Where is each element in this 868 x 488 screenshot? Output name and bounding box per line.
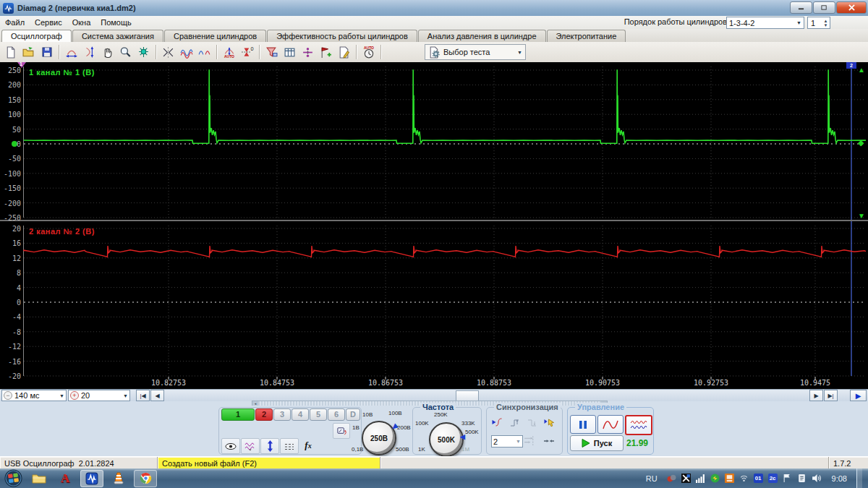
freq-500k: 500K bbox=[465, 429, 479, 435]
menu-windows[interactable]: Окна bbox=[67, 17, 96, 27]
scrollbar-thumb[interactable] bbox=[456, 390, 479, 401]
sync-delay-button[interactable] bbox=[522, 434, 537, 448]
save-file-button[interactable] bbox=[38, 43, 56, 61]
zero-level-button[interactable]: 0 bbox=[238, 43, 256, 61]
samples-combo[interactable]: + 20 ▼ bbox=[68, 390, 130, 401]
channel-2-button[interactable]: 2 bbox=[255, 408, 273, 421]
tray-wireless-icon[interactable] bbox=[739, 474, 749, 483]
probe-settings-button[interactable] bbox=[333, 423, 350, 439]
tab-power-supply[interactable]: Электропитание bbox=[547, 30, 626, 42]
taskbar-diamag[interactable] bbox=[80, 470, 103, 487]
zoom-out-icon[interactable]: − bbox=[4, 391, 12, 400]
tray-download-icon[interactable] bbox=[725, 474, 734, 483]
tab-ignition-system[interactable]: Система зажигания bbox=[72, 30, 163, 42]
minimize-button[interactable] bbox=[790, 1, 812, 14]
table-view-button[interactable] bbox=[281, 43, 299, 61]
time-div-combo[interactable]: − 140 мс ▼ bbox=[1, 390, 67, 401]
tray-network-icon[interactable] bbox=[696, 474, 705, 483]
tray-sync-icon[interactable] bbox=[667, 474, 676, 483]
tab-cylinder-comparison[interactable]: Сравнение цилиндров bbox=[164, 30, 266, 42]
menu-bar: Файл Сервис Окна Помощь Порядок работы ц… bbox=[0, 16, 868, 30]
tray-01-icon[interactable]: 01 bbox=[754, 474, 763, 483]
ch1-scale-up-handle[interactable]: ▲ bbox=[858, 67, 865, 74]
go-end-button[interactable]: ▶| bbox=[824, 390, 838, 401]
channel-1-button[interactable]: 1 bbox=[221, 408, 255, 421]
overlay-signals-button[interactable] bbox=[177, 43, 195, 61]
split-signals-button[interactable] bbox=[195, 43, 213, 61]
tab-cylinder-pressure[interactable]: Анализ давления в цилиндре bbox=[418, 30, 546, 42]
channel-6-button[interactable]: 6 bbox=[328, 408, 345, 421]
move-vertical-button[interactable] bbox=[260, 438, 279, 454]
pan-hand-button[interactable] bbox=[98, 43, 116, 61]
divide-screen-button[interactable] bbox=[299, 43, 317, 61]
stretch-horizontal-button[interactable] bbox=[62, 43, 80, 61]
menu-service[interactable]: Сервис bbox=[30, 17, 67, 27]
channel-5-button[interactable]: 5 bbox=[310, 408, 327, 421]
close-button[interactable] bbox=[836, 1, 867, 14]
clock[interactable]: 9:08 bbox=[832, 474, 847, 483]
language-indicator[interactable]: RU bbox=[646, 474, 658, 483]
taskbar-chrome[interactable] bbox=[134, 470, 157, 487]
tray-media-icon[interactable] bbox=[681, 474, 691, 483]
maximize-button[interactable] bbox=[813, 1, 835, 14]
tray-antivirus-icon[interactable] bbox=[710, 474, 720, 483]
compress-signals-button[interactable] bbox=[159, 43, 177, 61]
channel-4-button[interactable]: 4 bbox=[292, 408, 309, 421]
start-button[interactable] bbox=[2, 469, 24, 488]
firing-order-combo[interactable]: 1-3-4-2 ▼ bbox=[726, 17, 804, 29]
taskbar-acrobat[interactable]: A bbox=[54, 471, 76, 487]
spinner-arrows-icon[interactable]: ▲▼ bbox=[822, 18, 830, 27]
open-file-button[interactable] bbox=[20, 43, 38, 61]
channel-3-button[interactable]: 3 bbox=[273, 408, 291, 421]
sync-source-combo[interactable]: 2 ▼ bbox=[491, 435, 523, 448]
visibility-button[interactable] bbox=[221, 438, 240, 454]
test-select-combo[interactable]: Выбор теста ▼ bbox=[425, 44, 526, 60]
cylinder-spinner[interactable]: 1 ▲▼ bbox=[807, 17, 830, 29]
go-start-button[interactable]: |◀ bbox=[136, 390, 150, 401]
auto-scale-button[interactable]: AUTO bbox=[220, 43, 238, 61]
front-rising-button[interactable] bbox=[507, 415, 522, 429]
add-marker-button[interactable] bbox=[317, 43, 335, 61]
oscilloscope-display[interactable]: 1 канал № 1 (В) 2 канал № 2 (В) 1 2 ▲ ◆ … bbox=[0, 62, 868, 389]
menu-help[interactable]: Помощь bbox=[95, 17, 137, 27]
signal-points-button[interactable] bbox=[135, 43, 153, 61]
show-desktop-button[interactable] bbox=[856, 468, 862, 488]
manual-sync-button[interactable] bbox=[542, 415, 557, 429]
tray-flag-icon[interactable] bbox=[783, 474, 792, 483]
trigger-edge-button[interactable] bbox=[490, 415, 505, 429]
tab-cylinder-efficiency[interactable]: Эффективность работы цилиндров bbox=[267, 30, 417, 42]
ch1-scale-down-handle[interactable]: ▼ bbox=[858, 213, 865, 220]
taskbar-explorer[interactable] bbox=[28, 471, 50, 487]
tray-clipboard-manager-icon[interactable]: 2с bbox=[768, 474, 778, 483]
ch1-position-handle[interactable]: ◆ bbox=[858, 139, 864, 146]
pause-button[interactable] bbox=[570, 415, 596, 434]
tray-volume-icon[interactable] bbox=[812, 474, 821, 483]
channel-separator[interactable] bbox=[0, 220, 868, 221]
report-button[interactable] bbox=[335, 43, 353, 61]
stretch-vertical-button[interactable] bbox=[80, 43, 98, 61]
taskbar-vlc[interactable] bbox=[108, 471, 129, 487]
auto-measure-button[interactable]: AUTO bbox=[359, 43, 378, 61]
converge-button[interactable] bbox=[541, 434, 556, 448]
function-button[interactable]: fx bbox=[299, 438, 317, 453]
tray-updates-icon[interactable] bbox=[797, 474, 807, 483]
zoom-in-icon[interactable]: + bbox=[70, 391, 79, 400]
continuous-capture-button[interactable] bbox=[625, 415, 652, 435]
grid-lines-button[interactable] bbox=[280, 438, 299, 454]
voltage-knob[interactable]: 250В ◀ bbox=[362, 421, 396, 455]
marker-2-handle[interactable]: 2 bbox=[846, 62, 856, 69]
front-falling-button[interactable] bbox=[524, 415, 540, 429]
new-file-button[interactable] bbox=[1, 43, 20, 61]
step-back-button[interactable]: ◀ bbox=[150, 390, 164, 401]
frequency-knob[interactable]: 500K ◀ bbox=[429, 422, 464, 457]
single-capture-button[interactable] bbox=[597, 415, 624, 434]
step-forward-button[interactable]: ▶ bbox=[809, 390, 823, 401]
menu-file[interactable]: Файл bbox=[0, 17, 30, 27]
signal-smooth-button[interactable] bbox=[241, 438, 260, 454]
start-button[interactable]: Пуск bbox=[570, 435, 624, 451]
filter-button[interactable] bbox=[263, 43, 281, 61]
channel-d-button[interactable]: D bbox=[346, 408, 360, 421]
play-button[interactable]: ▶ bbox=[850, 390, 867, 401]
tab-oscilloscope[interactable]: Осциллограф bbox=[1, 30, 72, 43]
zoom-button[interactable] bbox=[116, 43, 135, 61]
